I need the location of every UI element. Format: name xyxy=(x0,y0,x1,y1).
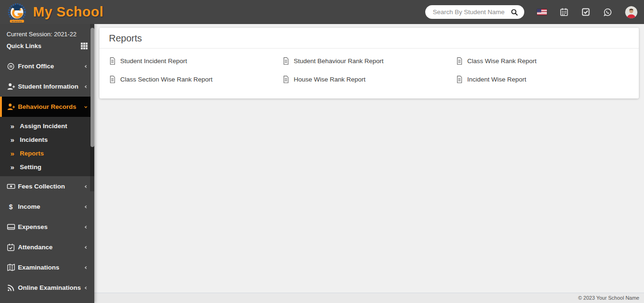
page-title: Reports xyxy=(99,28,639,49)
chevron-left-icon xyxy=(82,184,89,189)
double-chevron-right-icon: » xyxy=(10,150,20,157)
app-title: My School xyxy=(33,4,104,20)
sidebar-item-label: Income xyxy=(18,203,82,210)
sidebar-item-label: Behaviour Records xyxy=(18,103,82,110)
report-link-label: Student Incident Report xyxy=(120,57,187,65)
todo-check-icon[interactable] xyxy=(581,8,590,16)
report-link-class-section-wise-rank[interactable]: Class Section Wise Rank Report xyxy=(109,73,282,85)
submenu-item-assign-incident[interactable]: » Assign Incident xyxy=(0,119,94,133)
sidebar-item-attendance[interactable]: Attendance xyxy=(0,237,94,257)
report-link-house-wise-rank[interactable]: House Wise Rank Report xyxy=(282,73,456,85)
double-chevron-right-icon: » xyxy=(10,136,20,143)
sidebar-item-expenses[interactable]: Expenses xyxy=(0,217,94,237)
whatsapp-chat-icon[interactable] xyxy=(603,8,612,17)
svg-text:$: $ xyxy=(9,203,13,210)
header-actions xyxy=(425,5,644,19)
document-icon xyxy=(109,57,116,65)
quick-links-grid-icon[interactable] xyxy=(81,42,88,49)
session-block: Current Session: 2021-22 Quick Links xyxy=(0,24,94,55)
main-content: Reports Student Incident Report xyxy=(94,24,644,303)
chevron-left-icon xyxy=(82,285,89,291)
dollar-icon: $ xyxy=(7,203,18,211)
sidebar-item-label: Fees Collection xyxy=(18,183,82,190)
chevron-left-icon xyxy=(82,265,89,270)
report-links-grid: Student Incident Report Student Behaviou… xyxy=(99,49,639,85)
submenu-item-label: Assign Incident xyxy=(20,123,67,130)
report-link-label: Incident Wise Report xyxy=(467,76,526,83)
submenu-item-incidents[interactable]: » Incidents xyxy=(0,133,94,147)
sidebar-item-label: Student Information xyxy=(18,83,82,90)
report-link-incident-wise[interactable]: Incident Wise Report xyxy=(456,73,629,85)
sidebar-item-label: Online Examinations xyxy=(18,284,82,291)
sidebar-item-student-information[interactable]: Student Information xyxy=(0,76,94,97)
language-flag-icon[interactable] xyxy=(537,9,547,15)
report-link-label: House Wise Rank Report xyxy=(294,76,365,83)
front-office-icon xyxy=(7,62,18,71)
sidebar-item-lesson-plan[interactable]: Lesson Plan xyxy=(0,298,94,303)
quick-links-label: Quick Links xyxy=(7,42,41,49)
report-link-class-wise-rank[interactable]: Class Wise Rank Report xyxy=(456,55,629,67)
submenu-item-setting[interactable]: » Setting xyxy=(0,160,94,174)
brand-logo[interactable]: SCHOOL My School xyxy=(0,1,94,23)
school-emblem-icon: SCHOOL xyxy=(7,1,27,23)
document-icon xyxy=(282,57,289,65)
document-icon xyxy=(456,57,463,65)
student-search xyxy=(425,5,524,19)
document-icon xyxy=(456,75,463,83)
calendar-check-icon xyxy=(7,243,18,252)
chevron-left-icon xyxy=(82,224,89,230)
calendar-icon[interactable] xyxy=(560,8,569,16)
chevron-down-icon xyxy=(82,104,89,110)
report-link-label: Class Wise Rank Report xyxy=(467,57,537,65)
chevron-left-icon xyxy=(82,64,89,69)
chevron-left-icon xyxy=(82,204,89,210)
main-menu: Front Office Student Information xyxy=(0,56,94,303)
current-session-label: Current Session: 2021-22 xyxy=(7,29,88,40)
search-icon[interactable] xyxy=(510,8,519,16)
emblem-banner-text: SCHOOL xyxy=(12,21,23,23)
sidebar-item-income[interactable]: $ Income xyxy=(0,197,94,217)
sidebar-item-online-examinations[interactable]: Online Examinations xyxy=(0,278,94,298)
document-icon xyxy=(109,75,116,83)
report-link-student-behaviour-rank[interactable]: Student Behaviour Rank Report xyxy=(282,55,456,67)
report-link-label: Student Behaviour Rank Report xyxy=(294,57,384,65)
person-plus-icon xyxy=(7,102,18,111)
sidebar-nav: Current Session: 2021-22 Quick Links Fro… xyxy=(0,24,94,303)
double-chevron-right-icon: » xyxy=(10,164,20,171)
sidebar-scrollbar-thumb[interactable] xyxy=(91,28,94,147)
sidebar-item-front-office[interactable]: Front Office xyxy=(0,56,94,76)
chevron-left-icon xyxy=(82,245,89,250)
reports-card: Reports Student Incident Report xyxy=(99,28,639,98)
report-link-label: Class Section Wise Rank Report xyxy=(120,76,213,83)
footer: © 2023 Your School Name xyxy=(94,293,644,303)
sidebar-item-label: Front Office xyxy=(18,63,82,70)
behaviour-submenu-wrap: » Assign Incident » Incidents » Reports … xyxy=(0,117,94,176)
user-avatar[interactable] xyxy=(625,6,637,18)
chevron-left-icon xyxy=(82,84,89,90)
rss-icon xyxy=(7,284,18,292)
document-icon xyxy=(282,75,289,83)
sidebar-item-label: Examinations xyxy=(18,264,82,271)
cash-icon xyxy=(7,182,18,191)
copyright-text: © 2023 Your School Name xyxy=(578,295,639,301)
credit-card-icon xyxy=(7,222,18,231)
person-plus-icon xyxy=(7,82,18,91)
double-chevron-right-icon: » xyxy=(10,123,20,130)
sidebar-item-behaviour-records[interactable]: Behaviour Records xyxy=(0,97,94,117)
submenu-item-label: Incidents xyxy=(20,136,48,143)
sidebar-item-fees-collection[interactable]: Fees Collection xyxy=(0,176,94,197)
submenu-item-label: Reports xyxy=(20,150,44,157)
open-book-icon xyxy=(7,263,18,272)
search-input[interactable] xyxy=(433,8,510,16)
submenu-item-reports[interactable]: » Reports xyxy=(0,147,94,160)
top-header: SCHOOL My School xyxy=(0,0,644,24)
report-link-student-incident[interactable]: Student Incident Report xyxy=(109,55,282,67)
behaviour-submenu: » Assign Incident » Incidents » Reports … xyxy=(0,117,94,176)
submenu-item-label: Setting xyxy=(20,164,41,171)
sidebar-item-label: Attendance xyxy=(18,244,82,251)
sidebar-item-examinations[interactable]: Examinations xyxy=(0,257,94,278)
sidebar-item-label: Expenses xyxy=(18,223,82,230)
